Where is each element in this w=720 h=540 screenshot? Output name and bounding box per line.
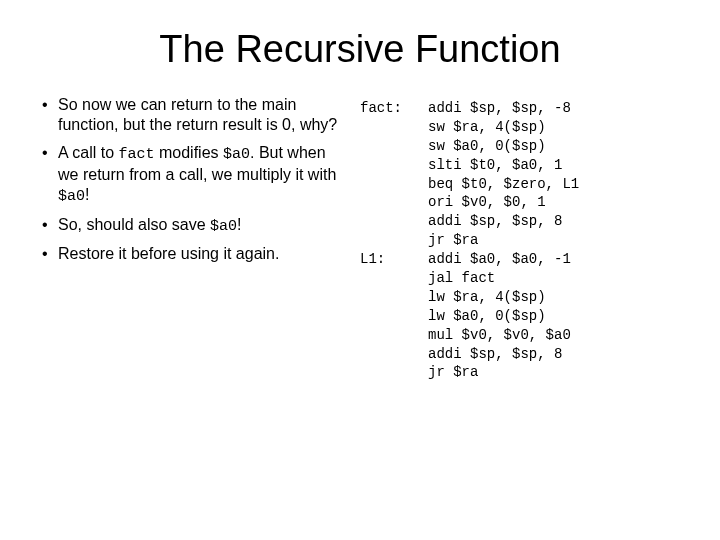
code-span: fact [118, 146, 154, 163]
right-column: fact: L1: addi $sp, $sp, -8 sw $ra, 4($s… [360, 95, 680, 382]
code-span: $a0 [58, 188, 85, 205]
code-span: $a0 [210, 218, 237, 235]
bullet-text: So now we can return to the main functio… [58, 96, 337, 133]
slide-body: So now we can return to the main functio… [40, 95, 680, 382]
bullet-text: A call to [58, 144, 118, 161]
bullet-text: So, should also save [58, 216, 210, 233]
list-item: A call to fact modifies $a0. But when we… [40, 143, 340, 207]
bullet-text: Restore it before using it again. [58, 245, 279, 262]
bullet-list: So now we can return to the main functio… [40, 95, 340, 264]
bullet-text: modifies [155, 144, 223, 161]
code-body: addi $sp, $sp, -8 sw $ra, 4($sp) sw $a0,… [428, 99, 579, 382]
list-item: Restore it before using it again. [40, 244, 340, 264]
slide-title: The Recursive Function [40, 28, 680, 71]
bullet-text: ! [237, 216, 241, 233]
code-span: $a0 [223, 146, 250, 163]
slide: The Recursive Function So now we can ret… [0, 0, 720, 540]
bullet-text: ! [85, 186, 89, 203]
left-column: So now we can return to the main functio… [40, 95, 340, 382]
list-item: So now we can return to the main functio… [40, 95, 340, 135]
list-item: So, should also save $a0! [40, 215, 340, 237]
code-labels: fact: L1: [360, 99, 410, 382]
